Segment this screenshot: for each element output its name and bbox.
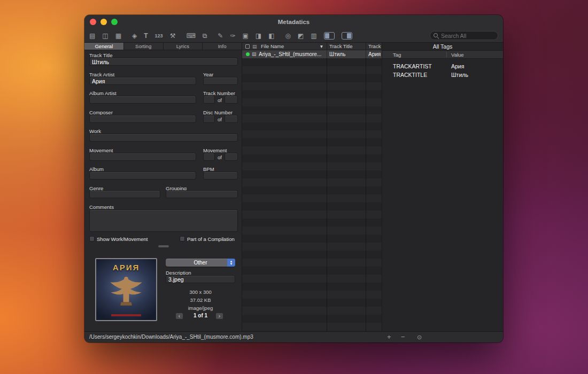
add-files-button[interactable]: + (387, 332, 391, 342)
editor-tabs: General Sorting Lyrics Info (84, 43, 242, 50)
save-icon[interactable]: ▥ (311, 33, 316, 39)
current-file-path: /Users/sergeykochkin/Downloads/Ariya_-_S… (89, 332, 253, 342)
movement-number-field[interactable] (203, 153, 215, 161)
tag-value: Штиль (451, 71, 468, 79)
window-controls (90, 19, 118, 25)
file-icon-column-header-icon[interactable]: ▤ (252, 43, 257, 50)
disc-total-field[interactable] (225, 115, 238, 123)
file-list-panel: ▤ File Name ▾ Track Title Track Artist ▤… (242, 43, 382, 331)
track-number-of-label: of (218, 97, 222, 103)
album-artist-field[interactable] (89, 96, 196, 104)
window-titlebar[interactable]: Metadatics (84, 15, 503, 29)
close-window-button[interactable] (90, 19, 96, 25)
part-of-compilation-label: Part of a Compilation (187, 236, 235, 242)
tag-row[interactable]: TRACKARTIST Ария (382, 62, 503, 71)
column-header-track-title[interactable]: Track Title (329, 43, 364, 50)
tag-row[interactable]: TRACKTITLE Штиль (382, 71, 503, 79)
tags-column-header-value[interactable]: Value (451, 51, 464, 59)
splitter-handle[interactable] (158, 245, 169, 247)
file-list-header: ▤ File Name ▾ Track Title Track Artist (242, 43, 382, 50)
artwork-page-indicator: 1 of 1 (166, 313, 235, 318)
artwork-next-button[interactable]: › (215, 313, 223, 320)
import-artwork-icon[interactable]: ◧ (268, 33, 274, 39)
tag-from-filename-icon[interactable]: ✎ (218, 33, 223, 39)
all-tags-title: All Tags (382, 43, 503, 50)
actions-button[interactable]: ⊙ (417, 332, 422, 342)
acoustid-icon[interactable]: ◩ (298, 33, 304, 39)
genre-field[interactable] (89, 190, 160, 198)
tab-info[interactable]: Info (203, 43, 242, 50)
tab-general[interactable]: General (84, 43, 124, 50)
tag-icon[interactable]: ◈ (132, 33, 137, 39)
online-lookup-icon[interactable]: ◎ (285, 33, 290, 39)
search-input[interactable] (441, 33, 494, 39)
cell-track-title: Штиль (329, 50, 364, 58)
track-artist-field[interactable] (89, 77, 196, 85)
year-field[interactable] (203, 77, 238, 85)
rename-files-icon[interactable]: ⌨ (186, 33, 195, 39)
tags-column-header-tag[interactable]: Tag (393, 51, 401, 59)
text-case-icon[interactable]: T (144, 33, 148, 39)
album-field[interactable] (89, 172, 196, 180)
work-field[interactable] (89, 134, 238, 142)
movement-field[interactable] (89, 153, 196, 161)
new-file-icon[interactable]: ▤ (89, 33, 95, 39)
track-title-field[interactable] (89, 58, 238, 66)
tab-lyrics[interactable]: Lyrics (164, 43, 203, 50)
artwork-dimensions: 300 x 300 (166, 289, 235, 295)
disc-number-of-label: of (218, 116, 222, 122)
select-column-header-icon[interactable] (245, 44, 250, 49)
file-list-rows: ▤ Ariya_-_SHtil_(musmore... Штиль Ария (242, 50, 382, 331)
disc-number-field[interactable] (203, 115, 215, 123)
part-of-compilation-checkbox[interactable] (180, 236, 185, 241)
tag-name: TRACKTITLE (393, 71, 427, 79)
album-art-band-name: АРИЯ (96, 263, 156, 272)
column-header-file-name[interactable]: File Name (261, 43, 320, 50)
composer-field[interactable] (89, 115, 196, 123)
templates-icon[interactable]: ▦ (115, 33, 121, 39)
tags-column-divider (446, 52, 447, 57)
bpm-field[interactable] (203, 172, 238, 180)
show-work-movement-label: Show Work/Movement (97, 236, 148, 242)
zoom-window-button[interactable] (111, 19, 118, 25)
sort-indicator-icon[interactable]: ▾ (320, 43, 323, 50)
search-field[interactable] (430, 31, 498, 40)
track-number-field[interactable] (203, 96, 215, 104)
filename-from-tag-icon[interactable]: ✑ (230, 33, 235, 39)
file-row[interactable]: ▤ Ariya_-_SHtil_(musmore... Штиль Ария (242, 50, 382, 58)
status-dot-icon (246, 52, 250, 56)
show-work-movement-checkbox[interactable] (89, 236, 95, 241)
track-numbering-icon[interactable]: 123 (155, 33, 163, 39)
artwork-icon[interactable]: ▣ (242, 33, 248, 39)
album-art[interactable]: АРИЯ (95, 258, 157, 321)
remove-files-button[interactable]: − (401, 332, 405, 342)
tools-icon[interactable]: ⚒ (170, 33, 176, 39)
track-total-field[interactable] (225, 96, 238, 104)
editor-panel: General Sorting Lyrics Info Track Title … (84, 43, 242, 331)
grouping-field[interactable] (166, 190, 238, 198)
album-art-caption-decor (111, 314, 141, 316)
movement-total-field[interactable] (225, 153, 238, 161)
column-divider (327, 50, 327, 331)
toggle-right-panel-icon[interactable] (342, 32, 352, 40)
toggle-left-panel-icon[interactable] (324, 32, 335, 40)
export-file-icon[interactable]: ◫ (102, 33, 108, 39)
status-bar: /Users/sergeykochkin/Downloads/Ariya_-_S… (84, 331, 503, 342)
popup-chevrons-icon: ▲ ▼ (227, 259, 235, 267)
cell-track-artist: Ария (368, 50, 382, 58)
metadatics-window: Metadatics ▤ ◫ ▦ ◈ T 123 ⚒ ⌨ ⧉ ✎ ✑ ▣ ◨ ◧… (84, 15, 503, 342)
column-header-track-artist[interactable]: Track Artist (368, 43, 382, 50)
window-title: Metadatics (84, 15, 503, 29)
album-art-eagle-image (105, 273, 147, 307)
artwork-description-field[interactable] (166, 275, 235, 283)
cell-file-name: Ariya_-_SHtil_(musmore... (259, 50, 325, 58)
all-tags-panel: All Tags Tag Value TRACKARTIST Ария TRAC… (382, 43, 503, 331)
export-artwork-icon[interactable]: ◨ (256, 33, 261, 39)
copy-tags-icon[interactable]: ⧉ (203, 33, 207, 39)
tab-sorting[interactable]: Sorting (124, 43, 164, 50)
toolbar: ▤ ◫ ▦ ◈ T 123 ⚒ ⌨ ⧉ ✎ ✑ ▣ ◨ ◧ ◎ ◩ ▥ (84, 29, 503, 43)
comments-field[interactable] (89, 209, 238, 232)
minimize-window-button[interactable] (100, 19, 107, 25)
tag-value: Ария (451, 62, 464, 71)
artwork-type-popup[interactable]: Other ▲ ▼ (166, 259, 235, 267)
